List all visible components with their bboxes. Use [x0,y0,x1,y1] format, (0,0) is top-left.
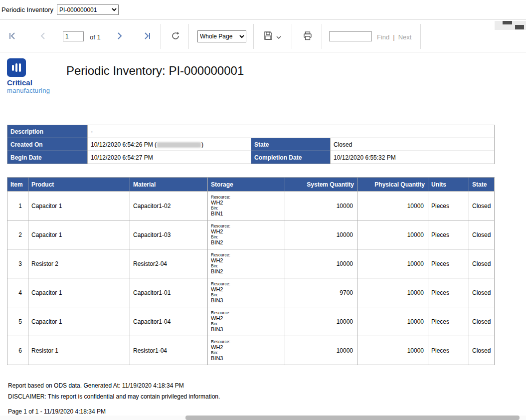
cell-state: Closed [469,336,495,365]
table-row: 2 Capacitor 1 Capacitor1-03 Resource: WH… [7,220,495,249]
completion-date-value: 10/12/2020 6:55:32 PM [331,151,495,164]
cell-state: Closed [469,249,495,278]
col-header-storage: Storage [208,178,285,192]
toolbar-separator [161,24,161,49]
find-next-separator: | [393,33,394,41]
report-generated-line: Report based on ODS data. Generated At: … [8,382,184,389]
cell-item: 3 [7,249,28,278]
cell-product: Capacitor 1 [28,307,130,336]
previous-page-icon [38,31,48,42]
save-dropdown-button[interactable] [275,31,282,42]
printer-icon [302,30,313,43]
brand-name-line2: manufacturing [7,87,50,94]
col-header-units: Units [428,178,469,192]
cell-storage: Resource: WH2 Bin: BIN3 [208,278,285,307]
cell-material: Resistor2-04 [130,249,208,278]
next-link[interactable]: Next [398,33,412,41]
inventory-table-body: 1 Capacitor 1 Capacitor1-02 Resource: WH… [7,192,495,365]
toolbar-separator [420,24,421,49]
cell-system-quantity: 9700 [285,278,357,307]
logo-bar [15,63,17,72]
cell-storage: Resource: WH2 Bin: BIN1 [208,192,285,220]
last-page-button[interactable] [142,31,153,42]
scrollbar-mark[interactable] [515,25,524,29]
cell-item: 1 [7,192,28,220]
report-page-line: Page 1 of 1 - 11/19/2020 4:18:34 PM [8,408,106,415]
cell-physical-quantity: 10000 [357,307,428,336]
info-row-description: Description - [7,125,495,138]
report-toolbar: of 1 Whole Page Find [0,20,526,52]
vertical-scrollbar-fragment[interactable] [495,21,526,30]
refresh-icon [171,31,180,42]
find-text-input[interactable] [329,31,372,41]
find-link[interactable]: Find [377,33,389,41]
table-row: 1 Capacitor 1 Capacitor1-02 Resource: WH… [7,192,495,220]
cell-physical-quantity: 10000 [357,220,428,249]
description-value: - [88,125,495,138]
cell-units: Pieces [428,220,469,249]
report-disclaimer-line: DISCLAIMER: This report is confidential … [8,393,220,400]
inventory-table-header-row: Item Product Material Storage System Qua… [7,178,495,192]
info-row-dates: Begin Date 10/12/2020 6:54:27 PM Complet… [7,151,495,164]
state-label: State [251,138,331,151]
cell-product: Resistor 1 [28,336,130,365]
col-header-system-quantity: System Quantity [285,178,357,192]
horizontal-scrollbar-track[interactable] [0,416,526,420]
completion-date-label: Completion Date [251,151,331,164]
table-row: 3 Resistor 2 Resistor2-04 Resource: WH2 … [7,249,495,278]
cell-system-quantity: 10000 [285,220,357,249]
cell-storage: Resource: WH2 Bin: BIN3 [208,336,285,365]
page-count-label: of 1 [90,33,101,41]
scrollbar-mark[interactable] [503,21,512,24]
report-selector-bar: Periodic Inventory PI-000000001 [0,0,526,20]
created-on-value: 10/12/2020 6:54:26 PM () [88,138,251,151]
page-number-input[interactable] [63,31,84,41]
info-row-created-state: Created On 10/12/2020 6:54:26 PM () Stat… [7,138,495,151]
logo-bar [19,63,21,72]
begin-date-value: 10/12/2020 6:54:27 PM [88,151,251,164]
cell-physical-quantity: 10000 [357,192,428,220]
toolbar-separator [253,24,254,49]
cell-product: Capacitor 1 [28,192,130,220]
cell-material: Capacitor1-03 [130,220,208,249]
cell-state: Closed [469,220,495,249]
cell-system-quantity: 10000 [285,192,357,220]
brand-name-line1: Critical [7,78,32,87]
inventory-table: Item Product Material Storage System Qua… [7,177,495,365]
next-page-button[interactable] [114,31,125,42]
save-export-button[interactable] [263,31,274,42]
cell-units: Pieces [428,249,469,278]
cell-product: Resistor 2 [28,249,130,278]
print-button[interactable] [302,31,313,42]
find-next-controls: Find | Next [377,33,411,41]
col-header-item: Item [7,178,28,192]
cell-item: 4 [7,278,28,307]
table-row: 5 Capacitor 1 Capacitor1-04 Resource: WH… [7,307,495,336]
zoom-select[interactable]: Whole Page [197,30,246,42]
logo-bar [12,65,14,71]
first-page-button[interactable] [7,31,18,42]
redacted-user-name [157,142,201,148]
cell-system-quantity: 10000 [285,336,357,365]
cell-physical-quantity: 10000 [357,278,428,307]
cell-storage: Resource: WH2 Bin: BIN3 [208,307,285,336]
cell-item: 5 [7,307,28,336]
cell-state: Closed [469,192,495,220]
refresh-button[interactable] [170,31,181,42]
horizontal-scrollbar-thumb[interactable] [185,416,520,420]
company-logo [7,58,26,77]
cell-units: Pieces [428,278,469,307]
toolbar-separator [292,24,292,49]
report-selector-label: Periodic Inventory [1,6,53,13]
previous-page-button[interactable] [38,31,49,42]
begin-date-label: Begin Date [7,151,88,164]
report-selector-dropdown[interactable]: PI-000000001 [57,4,119,15]
cell-material: Capacitor1-04 [130,307,208,336]
cell-units: Pieces [428,336,469,365]
cell-storage: Resource: WH2 Bin: BIN2 [208,220,285,249]
toolbar-separator [322,24,322,49]
cell-material: Capacitor1-02 [130,192,208,220]
cell-system-quantity: 10000 [285,249,357,278]
last-page-icon [142,31,152,42]
cell-units: Pieces [428,307,469,336]
